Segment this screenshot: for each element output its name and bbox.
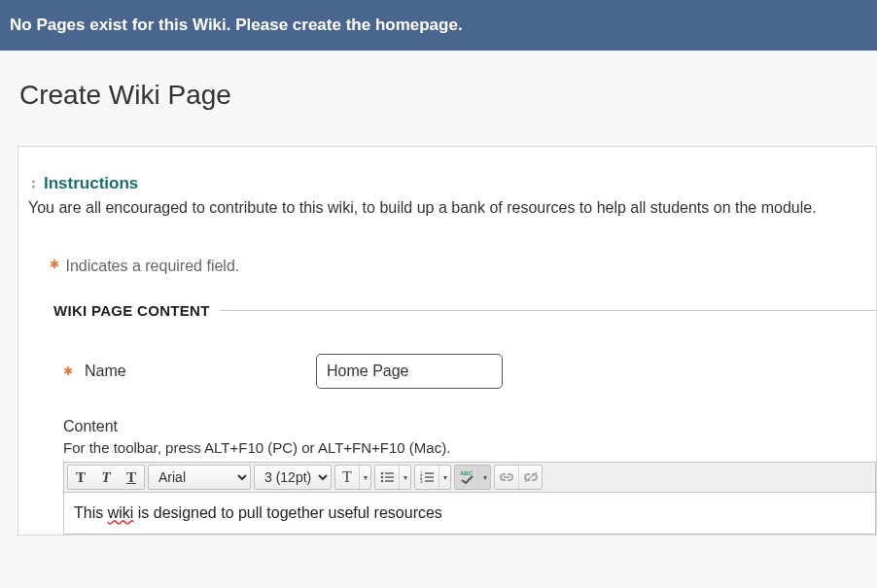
required-note-text: Indicates a required field. bbox=[65, 258, 239, 274]
font-size-select[interactable]: 3 (12pt) bbox=[254, 465, 332, 490]
chevron-down-icon: ▾ bbox=[359, 466, 370, 489]
editor-text-prefix: This bbox=[74, 504, 108, 521]
collapse-icon bbox=[28, 179, 38, 189]
bullet-list-icon bbox=[375, 466, 399, 489]
bold-button[interactable]: T bbox=[68, 466, 93, 489]
instructions-toggle[interactable]: Instructions bbox=[28, 174, 876, 193]
svg-rect-1 bbox=[385, 472, 394, 473]
text-color-button[interactable]: T ▾ bbox=[334, 465, 371, 490]
instructions-text: You are all encouraged to contribute to … bbox=[28, 199, 876, 217]
text-color-icon: T bbox=[335, 466, 359, 489]
form-panel: ✱ Indicates a required field. WIKI PAGE … bbox=[50, 240, 876, 535]
remove-link-button[interactable] bbox=[518, 466, 542, 489]
required-field-note: ✱ Indicates a required field. bbox=[50, 258, 876, 275]
section-heading: WIKI PAGE CONTENT bbox=[53, 302, 220, 319]
svg-text:3: 3 bbox=[420, 479, 423, 483]
asterisk-icon: ✱ bbox=[63, 364, 73, 378]
name-label: Name bbox=[85, 363, 126, 380]
asterisk-icon: ✱ bbox=[50, 258, 59, 271]
notification-banner: No Pages exist for this Wiki. Please cre… bbox=[0, 0, 877, 51]
svg-point-4 bbox=[381, 480, 384, 483]
svg-point-2 bbox=[381, 476, 384, 479]
svg-text:ABC: ABC bbox=[460, 470, 474, 476]
svg-rect-7 bbox=[425, 472, 434, 473]
editor-content-area[interactable]: This wiki is designed to pull together u… bbox=[63, 493, 876, 535]
svg-rect-5 bbox=[385, 480, 394, 481]
text-style-group: T T T bbox=[67, 465, 145, 490]
rich-text-editor: T T T Arial 3 (12pt) T ▾ bbox=[63, 462, 876, 535]
svg-rect-3 bbox=[385, 476, 394, 477]
section-heading-row: WIKI PAGE CONTENT bbox=[53, 302, 876, 319]
font-family-select[interactable]: Arial bbox=[148, 465, 251, 490]
chevron-down-icon: ▾ bbox=[478, 466, 490, 489]
svg-point-0 bbox=[381, 472, 384, 475]
page-title: Create Wiki Page bbox=[0, 51, 877, 128]
svg-rect-9 bbox=[425, 476, 434, 477]
name-input[interactable] bbox=[316, 354, 503, 389]
italic-button[interactable]: T bbox=[93, 466, 119, 489]
svg-rect-11 bbox=[425, 480, 434, 481]
spellcheck-button[interactable]: ABC ▾ bbox=[454, 465, 491, 490]
section-divider bbox=[220, 310, 876, 311]
insert-link-button[interactable] bbox=[495, 466, 518, 489]
banner-text: No Pages exist for this Wiki. Please cre… bbox=[10, 16, 463, 34]
editor-toolbar: T T T Arial 3 (12pt) T ▾ bbox=[63, 462, 876, 493]
bullet-list-button[interactable]: ▾ bbox=[374, 465, 411, 490]
toolbar-hint: For the toolbar, press ALT+F10 (PC) or A… bbox=[63, 439, 876, 456]
name-field-row: ✱ Name bbox=[63, 354, 876, 389]
editor-text-suffix: is designed to pull together useful reso… bbox=[133, 504, 442, 521]
content-area: Instructions You are all encouraged to c… bbox=[18, 146, 877, 536]
chevron-down-icon: ▾ bbox=[438, 466, 450, 489]
chevron-down-icon: ▾ bbox=[399, 466, 410, 489]
link-group bbox=[494, 465, 543, 490]
numbered-list-icon: 1 2 3 bbox=[415, 466, 438, 489]
instructions-heading: Instructions bbox=[44, 174, 138, 193]
numbered-list-button[interactable]: 1 2 3 ▾ bbox=[414, 465, 451, 490]
underline-button[interactable]: T bbox=[119, 466, 144, 489]
spellcheck-icon: ABC bbox=[455, 466, 478, 489]
editor-text-misspelled: wiki bbox=[108, 504, 134, 521]
content-label: Content bbox=[63, 418, 876, 435]
